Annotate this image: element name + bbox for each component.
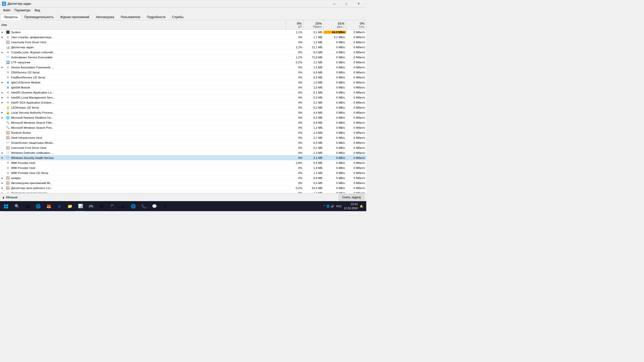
table-row[interactable]: 🔍 Microsoft Windows Search Prot... 0% 1,… [0, 125, 366, 130]
table-row[interactable]: 💡 LEDKeeper (32 бита) 0% 5,2 МБ 0 МБ/с 0… [0, 105, 366, 110]
table-row[interactable]: 🛡 SmartScreen Защитника Windo... 0% 6,5 … [0, 140, 366, 145]
table-row[interactable]: ▶ 🛡 Windows Defender notification ... 0%… [0, 150, 366, 155]
taskbar-app1[interactable]: 📁 [65, 201, 75, 211]
expand-icon[interactable]: ▶ [2, 96, 6, 99]
expand-icon[interactable]: ▶ [2, 31, 6, 33]
start-button[interactable] [1, 201, 11, 211]
menu-view[interactable]: Вид [32, 8, 42, 13]
taskbar-firefox[interactable]: 🦊 [44, 201, 54, 211]
taskbar-taskview[interactable]: ⧉ [23, 201, 33, 211]
process-list[interactable]: ▶ ⬛ System 1,1% 0,1 МБ 44,3 МБ/с 0 Мбит/… [0, 30, 366, 193]
taskbar-app3[interactable]: ⚙ [97, 201, 107, 211]
tab-processes[interactable]: Процессы [1, 14, 21, 20]
expand-icon[interactable]: ▶ [2, 111, 6, 114]
col-header-mem[interactable]: 25% Память [303, 20, 324, 29]
col-header-cpu[interactable]: 8% ЦП [286, 20, 303, 29]
expand-icon[interactable]: ▶ [2, 36, 6, 38]
table-row[interactable]: ▶ ⚙ Служба узла: Журнал событий... 0% 8,… [0, 50, 366, 55]
taskbar-app4[interactable]: 📱 [107, 201, 117, 211]
taskbar-app5[interactable]: 🗂 [118, 201, 128, 211]
maximize-button[interactable]: □ [341, 0, 352, 8]
process-net: 0 Мбит/с [346, 66, 366, 69]
tray-action-center[interactable]: 🔔 [360, 205, 363, 208]
expand-icon[interactable]: ▶ [2, 152, 6, 154]
end-task-button[interactable]: Снять задачу [339, 194, 364, 200]
process-mem: 0,9 МБ [303, 121, 324, 124]
table-row[interactable]: ▶ ⚙ Intel® SGX Application Enclave ... 0… [0, 100, 366, 105]
table-row[interactable]: 🪟 Usermode Font Driver Host 0% 1,5 МБ 0 … [0, 40, 366, 45]
expand-icon[interactable]: ▶ [2, 51, 6, 54]
table-row[interactable]: ▶ 🖨 Диспетчер очереди печати 0% 1,1 МБ 0… [0, 191, 366, 193]
table-row[interactable]: ▶ ⚙ Device Association Framework ... 0% … [0, 65, 366, 70]
table-row[interactable]: ⚙ WMI Provider Host (32 бита) 0% 1,1 МБ … [0, 170, 366, 175]
process-cpu: 1,2% [286, 56, 303, 59]
tab-startup[interactable]: Автозагрузка [93, 14, 117, 20]
table-row[interactable]: ▶ ⬛ System 1,1% 0,1 МБ 44,3 МБ/с 0 Мбит/… [0, 30, 366, 35]
taskbar-taskmgr[interactable]: 📊 [75, 201, 86, 211]
taskbar-ie[interactable]: ℯ [54, 201, 64, 211]
menu-options[interactable]: Параметры [13, 8, 33, 13]
menu-file[interactable]: Файл [1, 8, 13, 13]
table-row[interactable]: 🔤 CTF-загрузчик 0,2% 2,2 МБ 0 МБ/с 0 Мби… [0, 60, 366, 65]
table-row[interactable]: 🪟 Runtime Broker 0% 2,4 МБ 0 МБ/с 0 Мбит… [0, 130, 366, 135]
tab-services[interactable]: Службы [169, 14, 187, 20]
process-name: ▶ ⬛ System [0, 30, 286, 34]
process-mem: 1,2 МБ [303, 126, 324, 129]
col-header-name[interactable]: Имя [0, 20, 286, 29]
taskbar-edge[interactable]: 🌐 [33, 201, 43, 211]
table-row[interactable]: 🛡 Antimalware Service Executable 1,2% 72… [0, 55, 366, 60]
table-row[interactable]: ⚙ FastBootService (32 бита) 0% 0,3 МБ 0 … [0, 75, 366, 80]
tab-apphistory[interactable]: Журнал приложений [57, 14, 93, 20]
table-row[interactable]: 📊 Диспетчер задач 2,2% 21,1 МБ 0 МБ/с 0 … [0, 45, 366, 50]
table-row[interactable]: ▶ 🌐 Microsoft Network Realtime Ins... 0%… [0, 115, 366, 120]
table-row[interactable]: ⚙ DSAService (32 бита) 0% 6,9 МБ 0 МБ/с … [0, 70, 366, 75]
process-mem: 0,1 МБ [303, 101, 324, 104]
taskbar-app6[interactable]: 🌐 [128, 201, 138, 211]
tray-language[interactable]: РУС [336, 205, 342, 208]
table-row[interactable]: ▶ ⚙ Intel(R) Local Management Serv... 0%… [0, 95, 366, 100]
expand-icon[interactable]: ▶ [2, 66, 6, 69]
expand-icon[interactable]: ▶ [2, 182, 6, 184]
tab-performance[interactable]: Производительность [21, 14, 57, 20]
expand-icon[interactable]: ▶ [2, 187, 6, 189]
table-row[interactable]: 🔍 Microsoft Windows Search Filte... 0% 0… [0, 120, 366, 125]
table-row[interactable]: 🪟 Shell Infrastructure Host 0% 3,7 МБ 0 … [0, 135, 366, 140]
table-row[interactable]: ▶ 🪟 Диспетчер окон рабочего сто... 0,2% … [0, 186, 366, 191]
expand-icon[interactable]: ▶ [2, 157, 6, 159]
col-header-disk[interactable]: 91% Диск ↓ [324, 20, 346, 29]
table-row[interactable]: 🖥 igfxEM Module 0% 2,5 МБ 0 МБ/с 0 Мбит/… [0, 85, 366, 90]
taskbar-clock[interactable]: 22:52 12.02.2018 [344, 202, 358, 210]
taskbar-app7[interactable]: 📞 [139, 201, 149, 211]
table-row[interactable]: ⚙ WMI Provider Host 2,8% 5,5 МБ 0 МБ/с 0… [0, 160, 366, 165]
expand-icon[interactable]: ▶ [2, 177, 6, 179]
table-row[interactable]: ▶ 🪟 Автозагрузка приложений Wi... 0% 0,4… [0, 180, 366, 186]
minimize-button[interactable]: — [329, 0, 340, 8]
expand-icon[interactable]: ▶ [2, 91, 6, 94]
tab-users[interactable]: Пользователи [117, 14, 144, 20]
taskbar-app9[interactable]: 🗒 [160, 201, 170, 211]
table-row[interactable]: ▶ 🖥 igfxCUIService Module 0% 1,0 МБ 0 МБ… [0, 80, 366, 85]
col-header-net[interactable]: 0% Сеть [346, 20, 366, 29]
table-row[interactable]: ▶ ⚙ Intel(R) Dynamic Application Lo... 0… [0, 90, 366, 95]
process-disk: 0 МБ/с [324, 51, 346, 54]
process-net: 0 Мбит/с [346, 31, 366, 34]
process-icon: ⚙ [6, 50, 10, 55]
taskbar-app2[interactable]: 🎮 [86, 201, 96, 211]
process-net: 0 Мбит/с [346, 46, 366, 49]
tab-details[interactable]: Подробности [144, 14, 169, 20]
tray-chevron[interactable]: ⌃ [323, 205, 325, 208]
expand-icon[interactable]: ▶ [2, 116, 6, 119]
close-button[interactable]: ✕ [353, 0, 364, 8]
table-row[interactable]: ▶ 🪟 wsappx 0% 0,8 МБ 0 МБ/с 0 Мбит/с [0, 175, 366, 180]
expand-icon[interactable]: ▶ [2, 101, 6, 104]
taskbar-app8[interactable]: 💬 [149, 201, 159, 211]
less-button[interactable]: ▲ Меньше [2, 196, 18, 199]
table-row[interactable]: 🪟 Usermode Font Driver Host 0% 0,1 МБ 0 … [0, 145, 366, 150]
taskbar-search[interactable]: 🔍 [12, 201, 22, 211]
process-mem: 0,8 МБ [303, 176, 324, 179]
expand-icon[interactable]: ▶ [2, 81, 6, 84]
table-row[interactable]: ▶ ⚙ Узел службы: дефрагментаци... 0% 1,7… [0, 35, 366, 40]
table-row[interactable]: ⚙ WMI Provider Host 0% 1,4 МБ 0 МБ/с 0 М… [0, 165, 366, 170]
table-row[interactable]: ▶ 🔒 Local Security Authority Process... … [0, 110, 366, 115]
table-row[interactable]: ▶ 🛡 Windows Security Health Service 0% 2… [0, 155, 366, 160]
